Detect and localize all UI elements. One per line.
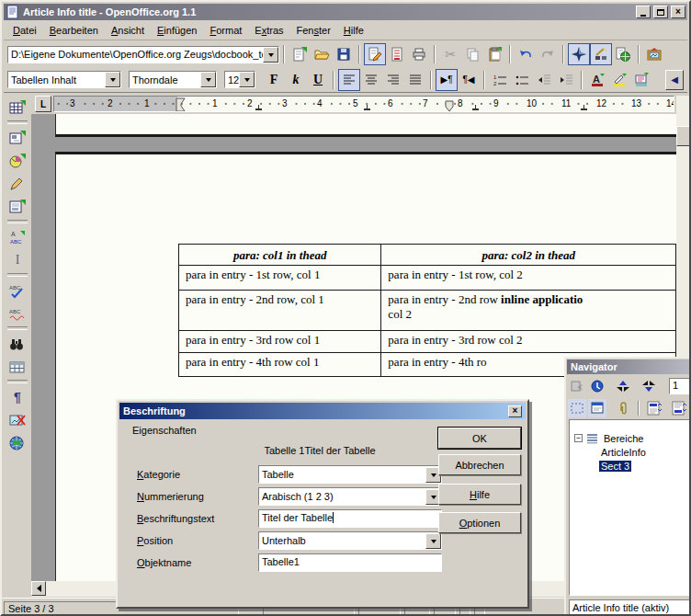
tab-type-button[interactable]: L [35, 96, 51, 112]
bullet-list-button[interactable] [511, 69, 533, 91]
decrease-indent-button[interactable] [533, 69, 555, 91]
table-cell[interactable]: para in entry - 2nd row, col 1 [179, 291, 381, 331]
position-dropdown-button[interactable] [425, 533, 441, 549]
draw-functions-button[interactable] [6, 172, 29, 195]
show-window-button[interactable] [588, 399, 606, 417]
spellcheck-button[interactable]: ABC [6, 279, 29, 302]
insert-object-button[interactable] [6, 149, 29, 172]
italic-button[interactable]: k [285, 69, 307, 91]
background-color-button[interactable] [630, 69, 652, 91]
cancel-button[interactable]: Abbrechen [438, 454, 521, 475]
images-toggle-button[interactable] [6, 408, 29, 431]
edit-file-button[interactable] [364, 43, 386, 65]
previous-page-bottom[interactable] [55, 114, 676, 137]
align-left-button[interactable] [338, 69, 360, 91]
size-dropdown-button[interactable] [239, 72, 255, 87]
menu-ansicht[interactable]: Ansicht [106, 23, 150, 38]
table-cell[interactable]: para in entry - 2nd row inline applicati… [381, 291, 676, 331]
font-dropdown-button[interactable] [200, 72, 216, 87]
close-button[interactable]: × [671, 6, 685, 18]
direct-cursor-button[interactable]: I [6, 248, 29, 271]
anchor-button[interactable] [614, 399, 632, 417]
data-sources-button[interactable] [6, 355, 29, 378]
navigator-button[interactable] [568, 43, 590, 65]
url-combo[interactable]: D:\Eigene Dokumente\OpenOffice.org Zeugs… [7, 46, 279, 63]
underline-button[interactable]: U [307, 69, 329, 91]
objektname-input[interactable]: Tabelle1 [258, 553, 442, 572]
collapse-expander-icon[interactable]: − [574, 434, 583, 442]
indent-marker-right[interactable] [444, 100, 455, 112]
beschriftungstext-input[interactable]: Titel der Tabelle [258, 509, 442, 528]
minimize-button[interactable] [636, 6, 651, 18]
insert-frame-button[interactable] [6, 126, 29, 149]
new-document-button[interactable] [289, 43, 311, 65]
print-button[interactable] [408, 43, 430, 65]
style-dropdown-button[interactable] [105, 72, 120, 87]
hyperlink-button[interactable] [612, 43, 634, 65]
open-button[interactable] [311, 43, 333, 65]
menu-format[interactable]: Format [204, 23, 247, 38]
export-pdf-button[interactable] [386, 43, 408, 65]
table-cell[interactable]: para in entry - 4th row col 1 [179, 353, 381, 377]
insert-form-button[interactable] [6, 195, 29, 218]
toolbar-collapse-button[interactable]: ◀ [665, 70, 684, 90]
paste-button[interactable] [483, 43, 505, 65]
menu-einfuegen[interactable]: Einfügen [152, 23, 202, 38]
bold-button[interactable]: F [263, 69, 285, 91]
font-size-combo[interactable]: 12 [224, 71, 255, 88]
table-cell[interactable]: para in entry - 1st row, col 2 [381, 266, 676, 291]
indent-marker-first[interactable] [176, 97, 187, 112]
undo-button[interactable] [515, 43, 537, 65]
active-document-selector[interactable]: Article Info title (aktiv) [569, 599, 691, 616]
url-dropdown-button[interactable] [263, 47, 278, 63]
table-header-cell[interactable]: para: col2 in thead [381, 245, 676, 266]
table-cell[interactable]: para in entry - 3rd row col 1 [179, 331, 381, 353]
menu-hilfe[interactable]: Hilfe [338, 23, 369, 38]
scroll-left-button[interactable] [31, 581, 46, 596]
highlighting-button[interactable] [608, 69, 630, 91]
stylist-button[interactable] [590, 43, 612, 65]
nummerierung-combo[interactable]: Arabisch (1 2 3) [258, 487, 442, 506]
vertical-scrollbar-thumb[interactable] [676, 126, 691, 146]
insert-table-button[interactable] [6, 96, 29, 119]
save-button[interactable] [333, 43, 355, 65]
online-layout-button[interactable] [6, 431, 29, 454]
align-center-button[interactable] [360, 69, 382, 91]
dialog-title-bar[interactable]: Beschriftung × [119, 403, 526, 419]
menu-datei[interactable]: Datei [7, 23, 42, 38]
page-spinbox[interactable]: 1 [669, 378, 691, 394]
font-color-button[interactable]: A [586, 69, 608, 91]
gallery-button[interactable] [643, 43, 665, 65]
tree-item-bereiche[interactable]: − Bereiche [570, 431, 691, 445]
justify-button[interactable] [404, 69, 426, 91]
navigator-title-bar[interactable]: Navigator [567, 359, 690, 374]
navigation-button[interactable] [588, 377, 606, 395]
nonprinting-chars-button[interactable]: ¶ [6, 385, 29, 408]
table-header-cell[interactable]: para: col1 in thead [179, 245, 381, 266]
find-replace-button[interactable] [6, 332, 29, 355]
help-button[interactable]: Hilfe [438, 484, 521, 505]
drag-mode-button[interactable] [568, 399, 586, 417]
tree-item-sect3[interactable]: Sect 3 [570, 459, 691, 473]
menu-extras[interactable]: Extras [249, 23, 289, 38]
dialog-close-button[interactable]: × [508, 405, 522, 417]
maximize-button[interactable] [653, 6, 668, 18]
menu-fenster[interactable]: Fenster [291, 23, 336, 38]
header-button[interactable] [645, 399, 663, 417]
paragraph-style-combo[interactable]: Tabellen Inhalt [7, 71, 121, 88]
rtl-button[interactable]: ¶◀ [458, 69, 480, 91]
ltr-button[interactable]: ▶¶ [436, 69, 458, 91]
auto-spellcheck-button[interactable]: ABC [6, 302, 29, 325]
footer-button[interactable] [670, 399, 688, 417]
table-cell[interactable]: para in entry - 1st row, col 1 [179, 266, 381, 291]
next-button[interactable] [640, 377, 658, 395]
kategorie-combo[interactable]: Tabelle [258, 465, 442, 484]
ok-button[interactable]: OK [438, 428, 521, 449]
autotext-button[interactable]: AABC [6, 225, 29, 248]
increase-indent-button[interactable] [555, 69, 577, 91]
position-combo[interactable]: Unterhalb [258, 531, 442, 550]
toggle-button[interactable] [568, 377, 586, 395]
previous-button[interactable] [614, 377, 632, 395]
tree-item-articleinfo[interactable]: ArticleInfo [570, 445, 691, 459]
title-bar[interactable]: Article Info title - OpenOffice.org 1.1 … [4, 4, 687, 20]
